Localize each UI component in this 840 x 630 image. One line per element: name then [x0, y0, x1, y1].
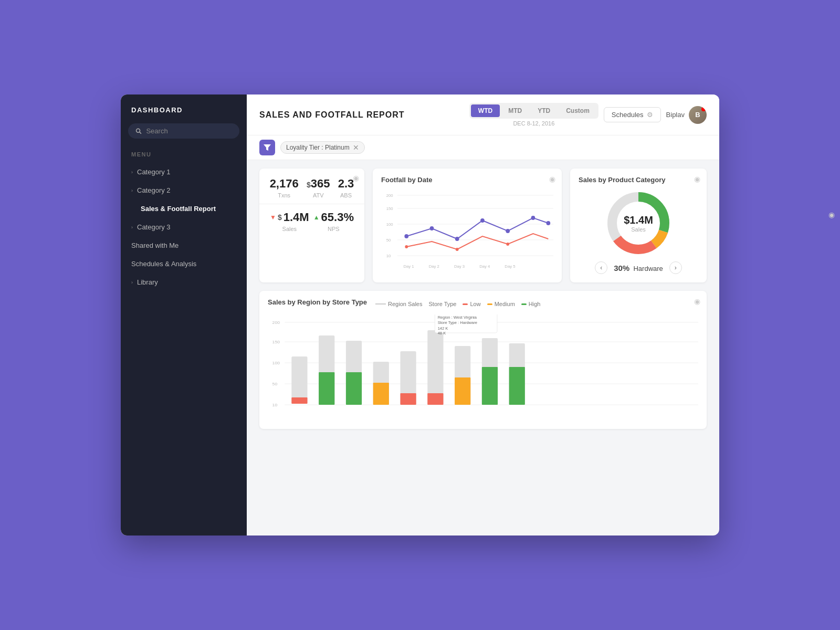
- svg-rect-50: [400, 393, 416, 405]
- svg-text:Store Type : Hardware: Store Type : Hardware: [438, 320, 477, 325]
- cards-row-2: ◉ Sales by Region by Store Type Region S…: [259, 291, 707, 429]
- filter-tag[interactable]: Loyality Tier : Platinum ✕: [280, 141, 365, 154]
- kpi-abs-value: 2.3: [338, 177, 354, 191]
- tab-custom[interactable]: Custom: [559, 104, 597, 117]
- svg-rect-41: [291, 356, 307, 404]
- search-input[interactable]: [146, 127, 232, 135]
- svg-text:100: 100: [272, 360, 280, 365]
- sidebar-item-cat2[interactable]: › Category 2: [121, 181, 247, 200]
- kpi-nps-value: ▲ 65.3%: [313, 211, 354, 224]
- svg-point-16: [506, 229, 510, 233]
- svg-text:Day 2: Day 2: [429, 264, 439, 269]
- donut-wrapper: $1.4M Sales: [604, 189, 673, 257]
- bar-chart-svg: 200 150 100 50 10: [268, 314, 698, 419]
- cards-row-1: ◉ 2,176 Txns $365 ATV: [259, 169, 707, 282]
- legend-region-sales: Region Sales: [375, 301, 422, 307]
- svg-text:200: 200: [386, 193, 393, 198]
- donut-close-icon[interactable]: ◉: [694, 175, 700, 183]
- sidebar-item-label: Category 1: [137, 168, 171, 176]
- footfall-chart-title: Footfall by Date: [381, 176, 553, 184]
- chevron-down-icon: ›: [131, 188, 133, 193]
- chevron-right-icon: ›: [131, 225, 133, 230]
- sidebar-item-label: Shared with Me: [131, 242, 178, 249]
- tab-mtd[interactable]: MTD: [501, 104, 529, 117]
- search-box[interactable]: [128, 123, 239, 139]
- date-tabs: WTD MTD YTD Custom: [469, 103, 598, 119]
- bar-close-icon[interactable]: ◉: [694, 297, 700, 306]
- chevron-right-icon: ›: [131, 280, 133, 285]
- kpi-bottom-row: ▼ $ 1.4M Sales ▲ 65.3%: [268, 211, 356, 232]
- kpi-sales-value: ▼ $ 1.4M: [270, 211, 309, 224]
- svg-text:50: 50: [386, 238, 391, 243]
- svg-point-13: [430, 226, 434, 230]
- svg-rect-61: [482, 367, 498, 405]
- filter-icon: [264, 144, 271, 151]
- footfall-chart-card: Footfall by Date ◉ 200 150 100 50 10: [373, 169, 562, 282]
- trend-up-icon: ▲: [313, 214, 320, 221]
- kpi-txns-label: Txns: [270, 192, 299, 198]
- tab-ytd[interactable]: YTD: [530, 104, 558, 117]
- low-color-swatch: [463, 303, 468, 305]
- kpi-atv: $365 ATV: [307, 177, 330, 198]
- tab-wtd[interactable]: WTD: [471, 104, 500, 117]
- donut-next-button[interactable]: ›: [669, 261, 682, 274]
- sidebar-item-schedules[interactable]: Schedules & Analysis: [121, 255, 247, 273]
- donut-center-value: $1.4M: [624, 214, 653, 226]
- sidebar-item-sales-footfall[interactable]: Sales & Footfall Report: [121, 200, 247, 218]
- sidebar-item-library[interactable]: › Library: [121, 273, 247, 291]
- high-color-swatch: [521, 303, 527, 305]
- kpi-nps: ▲ 65.3% NPS: [313, 211, 354, 232]
- svg-point-20: [456, 248, 459, 251]
- top-bar: SALES AND FOOTFALL REPORT WTD MTD YTD Cu…: [247, 94, 719, 135]
- medium-color-swatch: [487, 303, 492, 305]
- sidebar-item-label: Sales & Footfall Report: [141, 205, 216, 213]
- sidebar-item-label: Schedules & Analysis: [131, 260, 196, 268]
- date-range: DEC 8-12, 2016: [469, 120, 598, 127]
- donut-center: $1.4M Sales: [624, 214, 653, 233]
- kpi-txns: 2,176 Txns: [270, 177, 299, 198]
- dollar-sign: $: [307, 181, 311, 189]
- legend-low: Low: [463, 301, 480, 307]
- svg-point-18: [546, 221, 550, 225]
- svg-text:150: 150: [386, 206, 393, 211]
- dashboard-grid: ◉ 2,176 Txns $365 ATV: [247, 160, 719, 536]
- sidebar-item-cat3[interactable]: › Category 3: [121, 218, 247, 236]
- app-window: DASHBOARD MENU › Category 1 › Category 2…: [121, 94, 719, 536]
- svg-text:Day 1: Day 1: [403, 264, 414, 269]
- svg-rect-44: [319, 372, 334, 405]
- settings-icon: ⚙: [647, 111, 653, 119]
- search-icon: [135, 128, 142, 135]
- kpi-card: ◉ 2,176 Txns $365 ATV: [259, 169, 364, 282]
- filter-button[interactable]: [259, 140, 275, 155]
- donut-prev-button[interactable]: ‹: [595, 261, 607, 274]
- legend-high: High: [521, 301, 541, 307]
- svg-point-21: [506, 243, 509, 246]
- legend-high-label: High: [529, 301, 541, 307]
- kpi-nps-label: NPS: [313, 226, 354, 232]
- svg-text:Region : West Virginia: Region : West Virginia: [438, 315, 477, 320]
- legend-low-label: Low: [470, 301, 480, 307]
- dollar-sign: $: [278, 213, 282, 222]
- svg-text:10: 10: [272, 402, 278, 407]
- menu-label: MENU: [121, 148, 247, 163]
- bar-chart-card: ◉ Sales by Region by Store Type Region S…: [259, 291, 707, 429]
- svg-point-15: [480, 218, 485, 223]
- kpi-abs-label: ABS: [338, 192, 354, 198]
- sidebar-item-shared[interactable]: Shared with Me: [121, 236, 247, 255]
- footfall-line-chart: 200 150 100 50 10: [381, 189, 553, 273]
- svg-point-17: [531, 216, 536, 220]
- chevron-right-icon: ›: [131, 170, 133, 175]
- svg-text:Day 4: Day 4: [479, 264, 490, 269]
- filter-close-icon[interactable]: ✕: [353, 144, 359, 151]
- legend-line-icon: [375, 303, 386, 304]
- legend-store-label: Store Type: [428, 301, 456, 307]
- svg-text:200: 200: [272, 320, 280, 325]
- kpi-close-icon[interactable]: ◉: [353, 174, 359, 182]
- footfall-close-icon[interactable]: ◉: [549, 175, 555, 183]
- notification-dot: [701, 107, 706, 111]
- kpi-atv-label: ATV: [307, 192, 330, 198]
- sidebar-item-label: Library: [137, 278, 158, 286]
- kpi-row: 2,176 Txns $365 ATV 2.3: [268, 177, 356, 198]
- schedules-button[interactable]: Schedules ⚙: [604, 107, 661, 122]
- sidebar-item-cat1[interactable]: › Category 1: [121, 163, 247, 181]
